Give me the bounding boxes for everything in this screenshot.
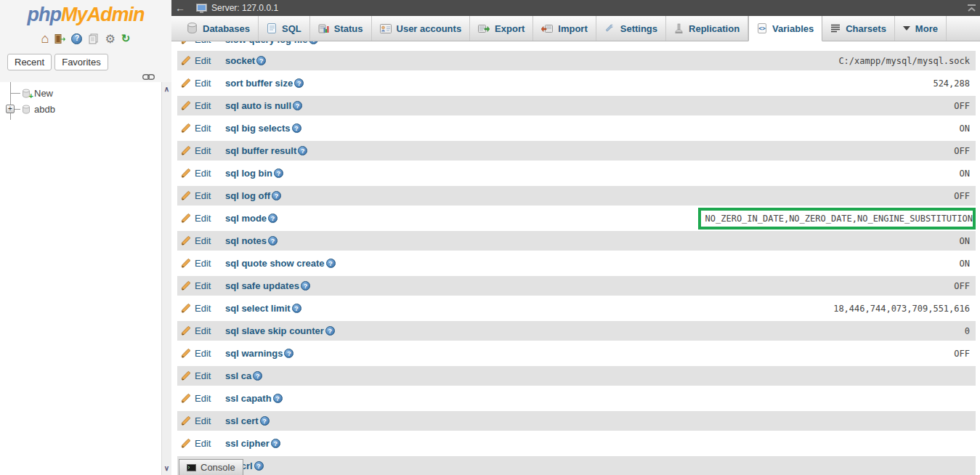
help-icon[interactable]: ? — [260, 416, 270, 426]
edit-button[interactable]: Edit — [177, 235, 218, 246]
help-icon[interactable]: ? — [254, 461, 264, 471]
help-icon[interactable]: ? — [294, 78, 304, 88]
tab-user-accounts[interactable]: User accounts — [372, 16, 471, 41]
navigation-sidebar: phpMyAdmin ⌂ ? ⚙ ↻ Recent Favorites — [0, 0, 171, 475]
edit-label: Edit — [195, 280, 211, 291]
pencil-icon — [180, 213, 191, 224]
help-icon[interactable]: ? — [268, 236, 278, 245]
edit-label: Edit — [195, 100, 211, 111]
variable-row: Edit ssl ca ? — [177, 366, 976, 386]
pencil-icon — [180, 190, 191, 201]
edit-button[interactable]: Edit — [177, 325, 218, 336]
edit-button[interactable]: Edit — [177, 303, 218, 314]
edit-button[interactable]: Edit — [177, 123, 218, 134]
help-icon[interactable]: ? — [284, 349, 293, 358]
edit-label: Edit — [195, 325, 211, 336]
edit-button[interactable]: Edit — [177, 168, 218, 179]
scroll-down-icon[interactable]: ∨ — [162, 464, 171, 472]
edit-button[interactable]: Edit — [177, 55, 218, 66]
sidebar-scrollbar[interactable]: ∧ ∨ — [161, 82, 171, 475]
variable-name: slow query log file — [225, 41, 307, 45]
tab-settings[interactable]: Settings — [596, 16, 666, 41]
edit-button[interactable]: Edit — [177, 41, 218, 45]
exit-door-icon[interactable] — [54, 33, 65, 44]
tab-sql[interactable]: SQL — [259, 16, 310, 41]
home-icon[interactable]: ⌂ — [41, 33, 49, 44]
tab-replication[interactable]: Replication — [666, 16, 748, 41]
edit-label: Edit — [195, 190, 211, 201]
gear-icon[interactable]: ⚙ — [105, 32, 115, 46]
help-icon[interactable]: ? — [298, 146, 307, 155]
help-icon[interactable]: ? — [273, 394, 283, 403]
variable-row: Edit ssl cipher ? — [177, 434, 976, 453]
tab-label: Status — [334, 23, 363, 34]
edit-button[interactable]: Edit — [177, 78, 218, 89]
help-icon[interactable]: ? — [326, 259, 336, 268]
favorites-button[interactable]: Favorites — [54, 54, 108, 70]
recent-button[interactable]: Recent — [7, 54, 52, 70]
edit-button[interactable]: Edit — [177, 438, 218, 449]
back-arrow[interactable]: ← — [171, 2, 189, 14]
help-icon[interactable]: ? — [274, 169, 283, 178]
variable-row: Edit sql log bin ? ON — [177, 163, 976, 183]
scroll-to-top-icon[interactable] — [967, 4, 976, 14]
main-tabs: Databases SQL Status User accounts Expor… — [171, 16, 980, 41]
pencil-icon — [180, 325, 191, 336]
help-icon[interactable]: ? — [292, 304, 301, 313]
tree-item-abdb[interactable]: + abdb — [0, 101, 161, 117]
edit-button[interactable]: Edit — [177, 258, 218, 269]
tab-label: User accounts — [397, 23, 462, 34]
help-icon[interactable]: ? — [272, 191, 281, 200]
edit-button[interactable]: Edit — [177, 190, 218, 201]
help-icon[interactable]: ? — [271, 439, 280, 448]
console-button[interactable]: Console — [179, 459, 243, 475]
help-icon[interactable]: ? — [253, 371, 262, 381]
pencil-icon — [180, 41, 191, 45]
expand-icon[interactable]: + — [6, 105, 15, 113]
variable-row: Edit sort buffer size ? 524,288 — [177, 73, 976, 93]
help-icon[interactable]: ? — [325, 326, 335, 336]
tab-label: SQL — [282, 23, 301, 34]
edit-button[interactable]: Edit — [177, 393, 218, 404]
edit-label: Edit — [195, 303, 211, 314]
help-icon[interactable]: ? — [268, 214, 278, 223]
variable-value: NO_ZERO_IN_DATE,NO_ZERO_DATE,NO_ENGINE_S… — [698, 208, 976, 230]
tab-status[interactable]: Status — [310, 16, 372, 41]
variable-name: sort buffer size — [225, 78, 293, 89]
variable-name: sql quote show create — [225, 258, 325, 269]
logo-myadmin-text: MyAdmin — [61, 4, 145, 25]
edit-button[interactable]: Edit — [177, 145, 218, 156]
phpmyadmin-logo[interactable]: phpMyAdmin — [0, 4, 171, 26]
docs-icon[interactable] — [88, 33, 99, 44]
tab-charsets[interactable]: Charsets — [822, 16, 895, 41]
scroll-up-icon[interactable]: ∧ — [162, 85, 171, 93]
pencil-icon — [180, 303, 191, 314]
variable-name: sql warnings — [225, 348, 283, 359]
help-icon[interactable]: ? — [293, 101, 302, 110]
edit-button[interactable]: Edit — [177, 213, 218, 224]
tab-databases[interactable]: Databases — [179, 16, 259, 41]
edit-button[interactable]: Edit — [177, 370, 218, 381]
tab-export[interactable]: Export — [470, 16, 533, 41]
database-tree: + New + abdb — [0, 82, 161, 475]
tree-item-new[interactable]: + New — [0, 85, 161, 101]
tree-line — [14, 109, 20, 110]
status-icon — [318, 23, 329, 34]
reload-icon[interactable]: ↻ — [121, 32, 131, 45]
edit-button[interactable]: Edit — [177, 100, 218, 111]
tab-import[interactable]: Import — [533, 16, 596, 41]
variable-value: ON — [960, 236, 976, 246]
help-icon[interactable]: ? — [301, 281, 310, 291]
help-icon[interactable]: ? — [309, 41, 318, 44]
tab-label: Charsets — [846, 23, 886, 34]
help-icon[interactable]: ? — [71, 33, 82, 44]
edit-button[interactable]: Edit — [177, 415, 218, 426]
tab-more[interactable]: More — [895, 16, 947, 41]
edit-button[interactable]: Edit — [177, 348, 218, 359]
help-icon[interactable]: ? — [256, 56, 266, 65]
edit-label: Edit — [195, 258, 211, 269]
edit-label: Edit — [195, 145, 211, 156]
edit-button[interactable]: Edit — [177, 280, 218, 291]
tab-variables[interactable]: <> Variables — [748, 16, 822, 41]
help-icon[interactable]: ? — [292, 123, 301, 133]
